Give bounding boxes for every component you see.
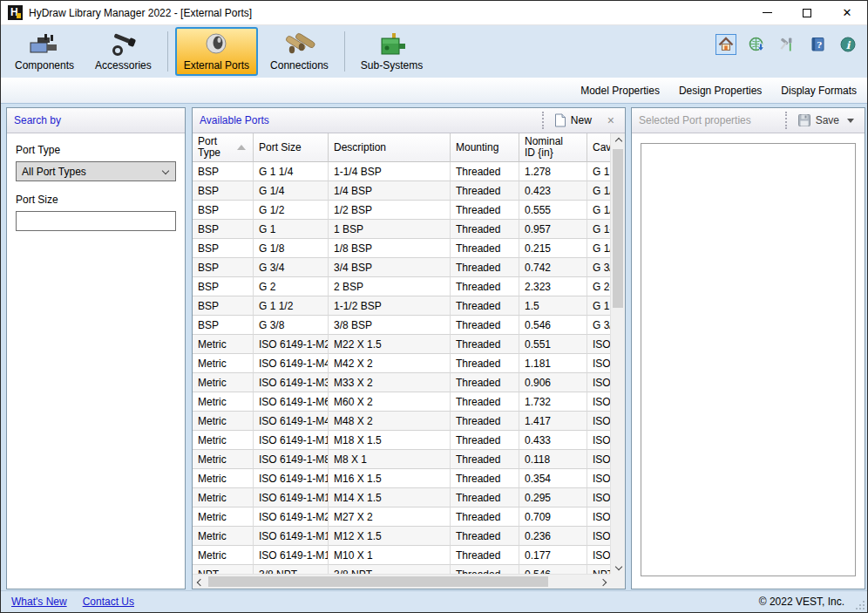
link-model-properties[interactable]: Model Properties [580, 85, 660, 97]
new-button-label: New [571, 114, 592, 126]
table-row[interactable]: BSPG 1/81/8 BSPThreaded0.215G 1/ [193, 239, 610, 258]
table-cell: 0.546 [519, 565, 587, 574]
scroll-right-arrow[interactable] [595, 575, 610, 589]
scroll-up-arrow[interactable] [611, 133, 626, 148]
table-cell: BSP [193, 181, 254, 201]
settings-tools-button[interactable] [776, 34, 797, 55]
tab-accessories[interactable]: Accessories [86, 27, 160, 76]
help-button[interactable]: ? [807, 34, 828, 55]
table-row[interactable]: MetricISO 6149-1-M8M8 X 1Threaded0.118IS… [193, 450, 610, 469]
table-cell: Threaded [451, 162, 519, 181]
table-row[interactable]: MetricISO 6149-1-M18M18 X 1.5Threaded0.4… [193, 431, 610, 450]
table-row[interactable]: MetricISO 6149-1-M60M60 X 2Threaded1.732… [193, 392, 610, 412]
table-cell: Threaded [451, 373, 519, 392]
horizontal-scroll-thumb[interactable] [208, 576, 548, 587]
table-row[interactable]: MetricISO 6149-1-M12M12 X 1.5Threaded0.2… [193, 527, 610, 546]
panel-close-icon[interactable]: × [604, 113, 618, 127]
quick-icon-bar: ? i [715, 34, 858, 55]
horizontal-scrollbar[interactable] [193, 574, 610, 589]
table-cell: M22 X 1.5 [329, 335, 451, 354]
table-cell: 2.323 [519, 277, 587, 296]
table-row[interactable]: MetricISO 6149-1-M33M33 X 2Threaded0.906… [193, 373, 610, 392]
table-cell: ISO [587, 469, 610, 488]
tab-connections[interactable]: Connections [261, 27, 337, 76]
close-button[interactable]: ✕ [827, 1, 867, 25]
table-row[interactable]: BSPG 3/43/4 BSPThreaded0.742G 3/ [193, 258, 610, 277]
save-dropdown-icon[interactable] [847, 119, 854, 123]
maximize-button[interactable] [787, 1, 827, 25]
table-cell: ISO [587, 412, 610, 431]
column-header-port-type[interactable]: Port Type [193, 133, 254, 162]
table-row[interactable]: BSPG 1/21/2 BSPThreaded0.555G 1/ [193, 201, 610, 220]
tab-sub-systems[interactable]: Sub-Systems [352, 27, 431, 76]
table-cell: G 1/4 [254, 181, 329, 201]
table-cell: M60 X 2 [329, 392, 451, 412]
column-header-description[interactable]: Description [329, 133, 451, 162]
table-cell: Threaded [451, 392, 519, 412]
column-header-mounting[interactable]: Mounting [451, 133, 519, 162]
table-cell: ISO 6149-1-M48 [254, 412, 329, 431]
table-cell: 2 BSP [329, 277, 451, 296]
port-size-input[interactable] [16, 211, 176, 231]
table-cell: 1.732 [519, 392, 587, 412]
vertical-scrollbar[interactable] [610, 133, 625, 574]
table-cell: M48 X 2 [329, 412, 451, 431]
column-header-nominal-id[interactable]: Nominal ID {in} [519, 133, 587, 162]
table-row[interactable]: MetricISO 6149-1-M48M48 X 2Threaded1.417… [193, 412, 610, 431]
whats-new-link[interactable]: What's New [11, 596, 67, 608]
tab-external-ports[interactable]: External Ports [175, 27, 258, 76]
table-row[interactable]: MetricISO 6149-1-M16M16 X 1.5Threaded0.3… [193, 469, 610, 488]
table-row[interactable]: BSPG 1/41/4 BSPThreaded0.423G 1/ [193, 181, 610, 201]
table-cell: G 3/8 [254, 316, 329, 335]
home-button[interactable] [715, 34, 736, 55]
svg-text:?: ? [817, 40, 822, 50]
resize-grip-icon[interactable] [855, 600, 865, 610]
globe-download-icon [749, 37, 765, 53]
link-display-formats[interactable]: Display Formats [781, 85, 857, 97]
scroll-left-arrow[interactable] [193, 575, 207, 589]
table-cell: NPT [587, 565, 610, 574]
table-row[interactable]: NPT3/8 NPT3/8 NPTThreaded0.546NPT [193, 565, 610, 574]
table-cell: 0.555 [519, 201, 587, 220]
table-cell: M10 X 1 [329, 546, 451, 565]
table-row[interactable]: MetricISO 6149-1-M10M10 X 1Threaded0.177… [193, 546, 610, 565]
column-header-port-size[interactable]: Port Size [254, 133, 329, 162]
scroll-down-arrow[interactable] [611, 559, 626, 574]
close-icon: ✕ [843, 7, 852, 18]
about-button[interactable]: i [837, 34, 858, 55]
table-cell: Threaded [451, 220, 519, 239]
table-cell: ISO [587, 488, 610, 507]
selected-port-panel: Selected Port properties Save [631, 107, 865, 589]
table-cell: ISO 6149-1-M14 [254, 488, 329, 507]
table-row[interactable]: MetricISO 6149-1-M42M42 X 2Threaded1.181… [193, 354, 610, 373]
link-design-properties[interactable]: Design Properties [679, 85, 762, 97]
minimize-button[interactable] [747, 1, 787, 25]
table-row[interactable]: BSPG 3/83/8 BSPThreaded0.546G 3/ [193, 316, 610, 335]
table-cell: Threaded [451, 546, 519, 565]
table-cell: ISO [587, 527, 610, 546]
chevron-down-icon [162, 167, 169, 174]
contact-us-link[interactable]: Contact Us [83, 596, 134, 608]
save-button[interactable]: Save [794, 112, 858, 129]
table-row[interactable]: BSPG 11 BSPThreaded0.957G 1- [193, 220, 610, 239]
table-row[interactable]: BSPG 1 1/41-1/4 BSPThreaded1.278G 1 [193, 162, 610, 181]
scrollbar-corner [610, 574, 625, 589]
selected-port-properties-box [641, 143, 856, 576]
table-row[interactable]: BSPG 1 1/21-1/2 BSPThreaded1.5G 1 [193, 296, 610, 316]
column-header-cavity[interactable]: Cav [587, 133, 610, 162]
table-row[interactable]: MetricISO 6149-1-M14M14 X 1.5Threaded0.2… [193, 488, 610, 507]
table-cell: 1-1/2 BSP [329, 296, 451, 316]
tab-components[interactable]: Components [6, 27, 83, 76]
table-row[interactable]: MetricISO 6149-1-M27M27 X 2Threaded0.709… [193, 507, 610, 527]
table-cell: G 1/2 [254, 201, 329, 220]
vertical-scroll-thumb[interactable] [613, 149, 623, 308]
table-cell: 0.957 [519, 220, 587, 239]
table-cell: G 3/ [587, 316, 610, 335]
tab-label: Connections [270, 59, 329, 72]
table-row[interactable]: BSPG 22 BSPThreaded2.323G 2- [193, 277, 610, 296]
available-ports-panel: Available Ports New × Port Type [192, 107, 626, 589]
new-port-button[interactable]: New [551, 112, 595, 129]
table-row[interactable]: MetricISO 6149-1-M22M22 X 1.5Threaded0.5… [193, 335, 610, 354]
port-type-dropdown[interactable]: All Port Types [16, 161, 176, 181]
web-update-button[interactable] [746, 34, 767, 55]
